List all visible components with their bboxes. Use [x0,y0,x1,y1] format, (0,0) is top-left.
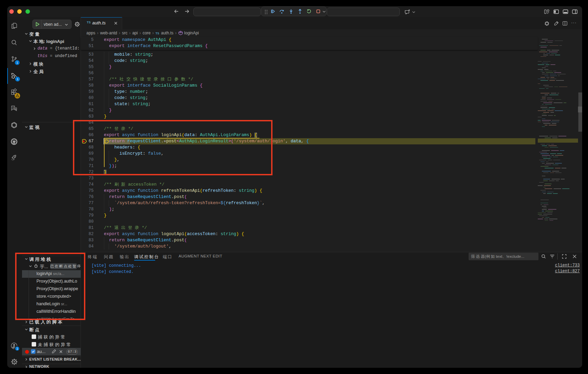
svg-text:A: A [12,107,14,109]
